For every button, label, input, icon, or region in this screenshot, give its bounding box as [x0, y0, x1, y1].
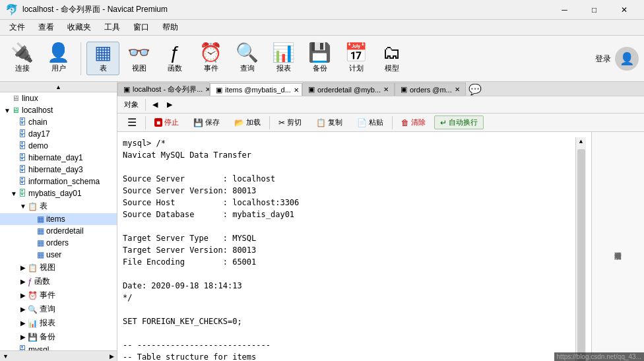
day17-icon: 🗄	[18, 129, 26, 139]
sidebar-item-hibernate1[interactable]: 🗄 hibernate_day1	[0, 152, 117, 164]
terminal[interactable]: mysql> /* Navicat MySQL Data Transfer So…	[117, 132, 591, 361]
table-section-label: 表	[40, 201, 48, 212]
wechat-icon: 💬	[468, 83, 482, 96]
sidebar-section-table[interactable]: ▼ 📋 表	[0, 199, 117, 213]
stop-icon: ■	[154, 118, 162, 127]
sidebar-section-backup[interactable]: ▶ 💾 备份	[0, 330, 117, 344]
toolbar-user[interactable]: 👤 用户	[42, 42, 75, 75]
cut-button[interactable]: ✂ 剪切	[273, 115, 307, 129]
tab-items-close[interactable]: ✕	[294, 86, 299, 94]
tab-localhost-close[interactable]: ✕	[205, 86, 210, 93]
toolbar-report[interactable]: 📊 报表	[267, 42, 300, 75]
toolbar-query[interactable]: 🔍 查询	[230, 42, 264, 75]
paste-button[interactable]: 📄 粘贴	[351, 115, 389, 129]
tab-items[interactable]: ▣ items @mybatis_d... ✕	[210, 83, 302, 96]
sidebar-section-query[interactable]: ▶ 🔍 查询	[0, 302, 117, 316]
load-icon: 📂	[234, 118, 244, 127]
sidebar-section-view[interactable]: ▶ 📋 视图	[0, 261, 117, 275]
sidebar-item-chain[interactable]: 🗄 chain	[0, 116, 117, 128]
sidebar-item-orders[interactable]: ▦ orders	[0, 237, 117, 249]
toolbar-func[interactable]: ƒ 函数	[158, 42, 191, 75]
menu-view[interactable]: 查看	[32, 20, 61, 34]
object-toolbar: 对象 ◀ ▶	[117, 96, 644, 114]
auto-label: 自动换行	[449, 117, 478, 127]
forward-button[interactable]: ▶	[163, 99, 176, 110]
vscroll-up-btn[interactable]: ▲	[579, 137, 583, 148]
stop-button[interactable]: ■ 停止	[148, 115, 185, 129]
content-area: mysql> /* Navicat MySQL Data Transfer So…	[117, 132, 644, 361]
backup-section-label: 备份	[40, 331, 55, 343]
view-icon: 👓	[127, 44, 150, 62]
toolbar-model[interactable]: 🗂 模型	[375, 42, 408, 75]
obj-sep	[145, 99, 146, 111]
toolbar-table[interactable]: ▦ 表	[86, 42, 119, 75]
menu-tools[interactable]: 工具	[98, 20, 127, 34]
tab-orders-close[interactable]: ✕	[455, 86, 460, 93]
app-icon: 🐬	[5, 3, 18, 16]
sidebar-item-user[interactable]: ▦ user	[0, 249, 117, 261]
toolbar-plan[interactable]: 📅 计划	[339, 42, 373, 75]
menu-file[interactable]: 文件	[3, 20, 32, 34]
info-icon: 🗄	[18, 177, 26, 186]
query-section-expand: ▶	[18, 306, 28, 313]
tab-localhost-cmd[interactable]: ▣ localhost - 命令列界... ✕	[117, 82, 210, 96]
sidebar-item-linux[interactable]: 🖥 linux	[0, 92, 117, 104]
save-button[interactable]: 💾 保存	[187, 115, 226, 129]
day17-label: day17	[28, 129, 50, 139]
tab-bar: ▣ localhost - 命令列界... ✕ ▣ items @mybatis…	[117, 82, 644, 96]
load-button[interactable]: 📂 加载	[228, 115, 267, 129]
demo-label: demo	[28, 141, 48, 150]
maximize-button[interactable]: □	[579, 0, 609, 20]
tab-orderdetail-close[interactable]: ✕	[383, 86, 389, 93]
sidebar-item-demo[interactable]: 🗄 demo	[0, 140, 117, 152]
sidebar-item-items[interactable]: ▦ items	[0, 213, 117, 225]
tab-orders[interactable]: ▣ orders @m... ✕	[395, 82, 466, 96]
sidebar-section-event[interactable]: ▶ ⏰ 事件	[0, 288, 117, 302]
mybatis-icon: 🗄	[18, 189, 26, 198]
title-text: localhost - 命令列界面 - Navicat Premium	[22, 4, 168, 15]
tab-orderdetail[interactable]: ▣ orderdetail @myb... ✕	[302, 82, 395, 96]
toolbar-connect[interactable]: 🔌 连接	[5, 42, 39, 75]
auto-wrap-button[interactable]: ↵ 自动换行	[434, 115, 484, 129]
sidebar-item-orderdetail[interactable]: ▦ orderdetail	[0, 225, 117, 237]
user-avatar[interactable]: 👤	[615, 47, 639, 71]
copy-button[interactable]: 📋 复制	[310, 115, 348, 129]
minimize-button[interactable]: ─	[550, 0, 579, 20]
toolbar-sep-1	[80, 42, 81, 75]
sidebar-item-localhost[interactable]: ▼ 🖥 localhost	[0, 104, 117, 116]
toolbar-view[interactable]: 👓 视图	[122, 42, 156, 75]
sidebar-scroll-up[interactable]: ▲	[55, 84, 61, 90]
menu-help[interactable]: 帮助	[156, 20, 185, 34]
sidebar-item-mysql[interactable]: 🗄 mysql	[0, 344, 117, 350]
close-button[interactable]: ✕	[609, 0, 639, 20]
cut-icon: ✂	[278, 118, 285, 127]
sidebar-scroll-down[interactable]: ▼	[3, 353, 9, 360]
sidebar-item-day17[interactable]: 🗄 day17	[0, 128, 117, 140]
backup-icon: 💾	[308, 44, 331, 62]
sidebar-item-infoschema[interactable]: 🗄 information_schema	[0, 176, 117, 187]
sidebar-item-mybatis[interactable]: ▼ 🗄 mybatis_day01	[0, 187, 117, 199]
orderdetail-icon: ▦	[37, 226, 44, 236]
sidebar-item-hibernate3[interactable]: 🗄 hibernate_day3	[0, 164, 117, 176]
menu-button[interactable]: ☰	[121, 114, 143, 131]
login-button[interactable]: 登录	[595, 53, 611, 64]
toolbar-backup[interactable]: 💾 备份	[303, 42, 337, 75]
toolbar-event[interactable]: ⏰ 事件	[194, 42, 228, 75]
sidebar-section-report[interactable]: ▶ 📊 报表	[0, 316, 117, 330]
clear-icon: 🗑	[401, 118, 409, 127]
copy-label: 复制	[328, 117, 342, 127]
clear-button[interactable]: 🗑 清除	[395, 115, 432, 129]
paste-icon: 📄	[357, 118, 367, 127]
tab-wechat[interactable]: 💬	[468, 83, 482, 96]
menu-favorites[interactable]: 收藏夹	[61, 20, 98, 34]
terminal-vscrollbar[interactable]: ▲ ▼	[575, 137, 586, 361]
sidebar-scroll-right[interactable]: ▶	[110, 353, 114, 360]
main-layout: ▲ 🖥 linux ▼ 🖥 localhost 🗄 chain �	[0, 82, 644, 361]
hib1-label: hibernate_day1	[28, 153, 83, 162]
load-label: 加载	[246, 117, 261, 127]
paste-label: 粘贴	[369, 117, 383, 127]
sidebar-section-func[interactable]: ▶ ƒ 函数	[0, 275, 117, 288]
menu-window[interactable]: 窗口	[127, 20, 156, 34]
vscroll-thumb[interactable]	[577, 149, 585, 361]
back-button[interactable]: ◀	[148, 99, 162, 110]
